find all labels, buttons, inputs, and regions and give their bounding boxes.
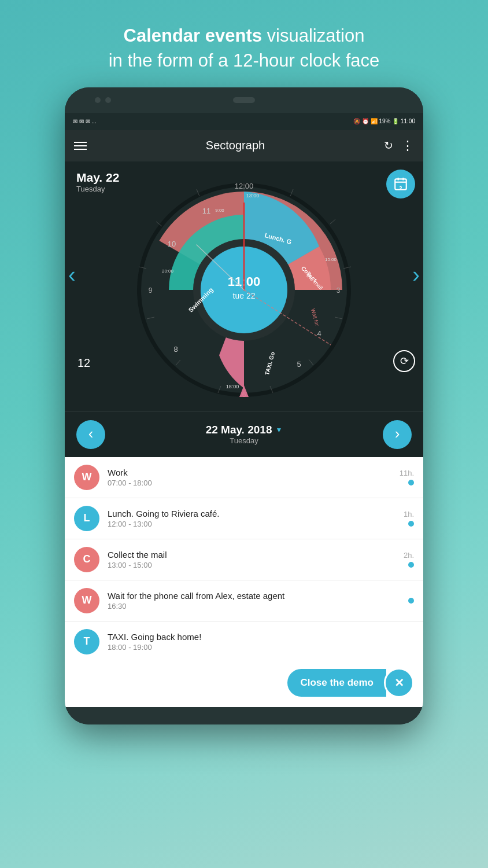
- event-dot-collect: [408, 562, 414, 568]
- event-list: W Work 07:00 - 18:00 11h. L Lunch. Going…: [65, 457, 423, 707]
- date-center: 22 May. 2018 ▼ Tuesday: [206, 424, 283, 445]
- event-dot-wait: [408, 598, 414, 604]
- event-title-wait: Wait for the phone call from Alex, estat…: [108, 591, 400, 601]
- close-demo-button[interactable]: Close the demo: [287, 669, 386, 697]
- status-right: 🔕 ⏰ 📶 19% 🔋 11:00: [353, 118, 415, 124]
- phone-speaker: [233, 97, 255, 103]
- event-title-lunch: Lunch. Going to Riviera café.: [108, 509, 395, 518]
- date-navigation: ‹ 22 May. 2018 ▼ Tuesday ›: [65, 411, 423, 457]
- header-normal: visualization: [262, 25, 364, 46]
- clock-day: Tuesday: [76, 185, 119, 193]
- avatar-collect: C: [74, 547, 99, 572]
- event-time-lunch: 12:00 - 13:00: [108, 520, 395, 528]
- event-content-lunch: Lunch. Going to Riviera café. 12:00 - 13…: [108, 509, 395, 528]
- next-day-arrow[interactable]: ›: [412, 262, 420, 287]
- phone-dots: [95, 97, 111, 103]
- svg-line-35: [330, 219, 335, 224]
- event-content-wait: Wait for the phone call from Alex, estat…: [108, 591, 400, 610]
- event-content-taxi: TAXI. Going back home! 18:00 - 19:00: [108, 632, 414, 652]
- avatar-work: W: [74, 465, 99, 490]
- event-time-work: 07:00 - 18:00: [108, 479, 391, 487]
- svg-text:20:00: 20:00: [162, 269, 174, 274]
- phone-bottom: [65, 707, 423, 724]
- svg-text:13:00: 13:00: [246, 193, 260, 198]
- svg-text:5: 5: [297, 360, 301, 369]
- event-title-work: Work: [108, 468, 391, 477]
- event-duration-work: 11h.: [400, 469, 414, 477]
- avatar-lunch: L: [74, 506, 99, 531]
- event-content-work: Work 07:00 - 18:00: [108, 468, 391, 487]
- prev-button[interactable]: ‹: [76, 420, 105, 449]
- status-bar: ✉ ✉ ✉ ... 🔕 ⏰ 📶 19% 🔋 11:00: [65, 113, 423, 130]
- dropdown-arrow[interactable]: ▼: [275, 426, 282, 434]
- event-duration-lunch: 1h.: [404, 510, 414, 518]
- event-time-collect: 13:00 - 15:00: [108, 561, 395, 569]
- app-title: Sectograph: [95, 139, 376, 152]
- phone-shell: ✉ ✉ ✉ ... 🔕 ⏰ 📶 19% 🔋 11:00 Sectograph ↻…: [65, 87, 423, 724]
- page-header: Calendar events visualization in the for…: [74, 0, 415, 87]
- next-button[interactable]: ›: [383, 420, 412, 449]
- event-meta-lunch: 1h.: [404, 510, 414, 527]
- history-icon-button[interactable]: ⟳: [393, 350, 415, 372]
- close-x-icon: ✕: [394, 676, 404, 690]
- app-bar: Sectograph ↻ ⋮: [65, 130, 423, 161]
- weekday-label: Tuesday: [206, 436, 283, 445]
- prev-day-arrow[interactable]: ‹: [68, 262, 76, 287]
- svg-text:3: 3: [337, 286, 341, 295]
- event-meta-work: 11h.: [400, 469, 414, 486]
- calendar-icon: 5: [393, 176, 408, 192]
- close-demo-x-button[interactable]: ✕: [384, 668, 414, 698]
- event-title-taxi: TAXI. Going back home!: [108, 632, 414, 642]
- svg-text:9: 9: [149, 286, 153, 295]
- event-item-work[interactable]: W Work 07:00 - 18:00 11h.: [65, 457, 423, 498]
- clock-display: // Will be generated inline - using stat…: [65, 168, 423, 411]
- event-item-wait[interactable]: W Wait for the phone call from Alex, est…: [65, 580, 423, 621]
- clock-svg: // Will be generated inline - using stat…: [134, 180, 354, 400]
- event-time-taxi: 18:00 - 19:00: [108, 643, 414, 652]
- avatar-taxi: T: [74, 629, 99, 654]
- avatar-wait: W: [74, 588, 99, 613]
- svg-text:tue 22: tue 22: [233, 291, 256, 300]
- close-demo-label: Close the demo: [300, 677, 374, 689]
- clock-section: May. 22 Tuesday 5 ‹ › 12 ⟳: [65, 161, 423, 411]
- svg-text:5: 5: [400, 184, 402, 189]
- refresh-icon[interactable]: ↻: [384, 139, 393, 152]
- event-duration-collect: 2h.: [404, 551, 414, 560]
- clock-number-12: 12: [77, 356, 90, 370]
- status-left: ✉ ✉ ✉ ...: [73, 118, 97, 124]
- calendar-icon-button[interactable]: 5: [386, 170, 415, 198]
- clock-date: May. 22: [76, 171, 119, 185]
- event-content-collect: Collect the mail 13:00 - 15:00: [108, 550, 395, 569]
- event-time-wait: 16:30: [108, 602, 400, 610]
- event-meta-wait: [408, 598, 414, 604]
- header-line2: in the form of a 12-hour clock face: [109, 48, 380, 73]
- header-bold: Calendar events: [124, 25, 263, 46]
- close-demo-bar: Close the demo ✕: [65, 662, 423, 707]
- event-title-collect: Collect the mail: [108, 550, 395, 560]
- svg-text:8: 8: [173, 345, 178, 354]
- full-date: 22 May. 2018: [206, 424, 272, 436]
- event-item-taxi[interactable]: T TAXI. Going back home! 18:00 - 19:00: [65, 621, 423, 662]
- more-menu-icon[interactable]: ⋮: [401, 138, 414, 153]
- svg-text:4: 4: [317, 329, 321, 338]
- event-dot-work: [408, 480, 414, 486]
- hamburger-button[interactable]: [74, 142, 87, 150]
- event-dot-lunch: [408, 521, 414, 527]
- svg-text:10: 10: [168, 240, 176, 248]
- svg-text:18:00: 18:00: [226, 384, 239, 389]
- svg-text:15:00: 15:00: [325, 257, 337, 262]
- phone-top-bar: [65, 87, 423, 113]
- date-display: May. 22 Tuesday: [76, 171, 119, 193]
- event-item-lunch[interactable]: L Lunch. Going to Riviera café. 12:00 - …: [65, 498, 423, 539]
- svg-text:11: 11: [202, 207, 210, 215]
- event-item-collect[interactable]: C Collect the mail 13:00 - 15:00 2h.: [65, 539, 423, 580]
- event-meta-collect: 2h.: [404, 551, 414, 568]
- svg-text:9:00: 9:00: [215, 208, 224, 213]
